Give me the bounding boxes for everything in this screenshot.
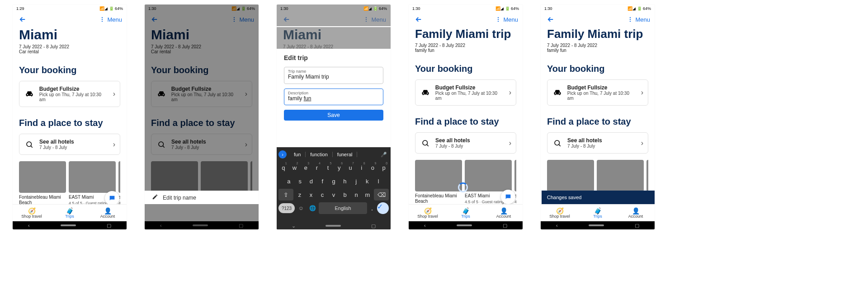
key[interactable]: z (295, 189, 305, 200)
menu-button[interactable]: Menu (627, 16, 650, 23)
search-icon (24, 140, 35, 149)
key[interactable]: i (357, 162, 367, 173)
nav-account[interactable]: 👤Account (485, 205, 523, 221)
hotels-card[interactable]: See all hotels 7 July - 8 July › (19, 134, 120, 155)
key[interactable]: k (362, 175, 372, 187)
nav-trips[interactable]: 🧳Trips (579, 205, 617, 221)
key[interactable]: s (295, 175, 305, 187)
nav-recent-icon[interactable]: ▢ (107, 223, 111, 228)
key[interactable]: d (307, 175, 316, 187)
chevron-right-icon: › (509, 89, 511, 97)
key[interactable]: r (312, 162, 322, 173)
key[interactable]: q (278, 162, 288, 173)
nav-home-pill[interactable] (589, 224, 604, 226)
edit-trip-name-button[interactable]: Edit trip name (163, 195, 196, 201)
nav-recent-icon[interactable]: ▢ (635, 223, 639, 228)
status-right: 📶◢ 🔋64% (495, 6, 519, 11)
soft-keyboard[interactable]: › fun function funeral 🎤 qwertyuiop asdf… (277, 147, 391, 229)
back-icon[interactable] (413, 14, 424, 25)
nav-account[interactable]: 👤Account (89, 205, 127, 221)
svg-point-17 (630, 21, 631, 22)
key[interactable]: h (340, 175, 350, 187)
key[interactable]: t (323, 162, 333, 173)
nav-home-pill[interactable] (457, 224, 472, 226)
key[interactable]: f (317, 175, 327, 187)
suggestion[interactable]: function (306, 152, 333, 157)
nav-trips[interactable]: 🧳Trips (51, 205, 89, 221)
key[interactable]: m (363, 189, 373, 200)
key[interactable]: b (340, 189, 350, 200)
key[interactable]: l (373, 175, 383, 187)
key-row-3: ⇧ zxcvbnm ⌫ (278, 189, 389, 200)
nav-recent-icon[interactable]: ▢ (371, 223, 376, 229)
shift-key[interactable]: ⇧ (278, 189, 293, 200)
key[interactable]: g (329, 175, 339, 187)
nav-home-pill[interactable] (326, 225, 341, 227)
suggestion[interactable]: funeral (333, 152, 358, 157)
backspace-key[interactable]: ⌫ (374, 189, 389, 200)
key-row-2: asdfghjkl (278, 175, 389, 187)
nav-recent-icon[interactable]: ▢ (503, 223, 507, 228)
key[interactable]: j (351, 175, 361, 187)
section-stay: Find a place to stay (547, 117, 648, 127)
back-icon[interactable] (17, 14, 28, 25)
search-icon (420, 139, 431, 147)
booking-card[interactable]: Budget FullsizePick up on Thu, 7 July at… (415, 79, 516, 106)
chevron-right-icon: › (113, 90, 115, 98)
space-key[interactable]: English (319, 202, 367, 214)
nav-account[interactable]: 👤Account (617, 205, 655, 221)
period-key[interactable]: . (368, 204, 376, 212)
trip-name-field[interactable]: Trip name Family Miami trip (284, 67, 383, 84)
nav-back-icon[interactable]: ‹ (556, 223, 558, 228)
nav-trips[interactable]: 🧳Trips (447, 205, 485, 221)
key[interactable]: e (301, 162, 311, 173)
key[interactable]: c (317, 189, 327, 200)
hotel-carousel[interactable]: Fontainebleau Miami Beach EAST Miami 4.5… (19, 161, 120, 204)
screen-trip-initial: 1:29 📶◢ 🔋64% Menu Miami 7 July 2022 - 8 … (13, 5, 127, 229)
description-field[interactable]: Description family fun (284, 89, 383, 106)
back-icon[interactable] (281, 14, 292, 25)
hotels-card[interactable]: See all hotels7 July - 8 July › (415, 132, 516, 154)
symbols-key[interactable]: ?123 (278, 203, 295, 213)
key[interactable]: x (306, 189, 316, 200)
key[interactable]: v (329, 189, 339, 200)
key[interactable]: n (351, 189, 361, 200)
hotel-item[interactable]: Fontainebleau Miami Beach (19, 161, 66, 204)
back-icon[interactable] (545, 14, 556, 25)
nav-back-icon[interactable]: ‹ (28, 223, 30, 228)
hotels-title: See all hotels (39, 139, 74, 145)
suggestion[interactable]: fun (289, 152, 306, 157)
key[interactable]: y (335, 162, 344, 173)
hotel-carousel[interactable]: Fontainebleau Miami Beach EAST Miami4.5 … (415, 160, 516, 204)
chat-fab[interactable] (501, 190, 515, 204)
emoji-key[interactable]: ☺ (296, 203, 306, 213)
hotels-card[interactable]: See all hotels7 July - 8 July › (547, 132, 648, 154)
booking-card[interactable]: Budget Fullsize Pick up on Thu, 7 July a… (19, 81, 120, 107)
key[interactable]: p (379, 162, 389, 173)
mic-icon[interactable]: 🎤 (379, 152, 389, 158)
svg-point-11 (498, 17, 499, 18)
menu-button[interactable]: Menu (363, 16, 386, 23)
menu-button[interactable]: Menu (99, 16, 122, 23)
status-time: 1:30 (412, 6, 420, 11)
key[interactable]: a (284, 175, 294, 187)
nav-shop-travel[interactable]: 🧭Shop travel (541, 205, 579, 221)
svg-point-12 (498, 19, 499, 20)
key[interactable]: u (345, 162, 355, 173)
nav-back-icon[interactable]: ‹ (424, 223, 426, 228)
key[interactable]: w (290, 162, 300, 173)
chevron-right-icon: › (113, 140, 115, 149)
chevron-right-icon[interactable]: › (278, 150, 287, 158)
keyboard-hide-icon[interactable]: ⌄ (292, 223, 296, 229)
menu-button[interactable]: Menu (495, 16, 518, 23)
hotel-carousel[interactable] (547, 160, 648, 191)
nav-shop-travel[interactable]: 🧭Shop travel (409, 205, 447, 221)
nav-home-pill[interactable] (61, 224, 76, 226)
chat-fab[interactable] (105, 191, 119, 204)
nav-shop-travel[interactable]: 🧭Shop travel (13, 205, 51, 221)
booking-card[interactable]: Budget FullsizePick up on Thu, 7 July at… (547, 79, 648, 106)
globe-key[interactable]: 🌐 (307, 203, 317, 213)
done-key[interactable]: ✓ (377, 202, 389, 214)
save-button[interactable]: Save (284, 110, 383, 121)
key[interactable]: o (368, 162, 378, 173)
